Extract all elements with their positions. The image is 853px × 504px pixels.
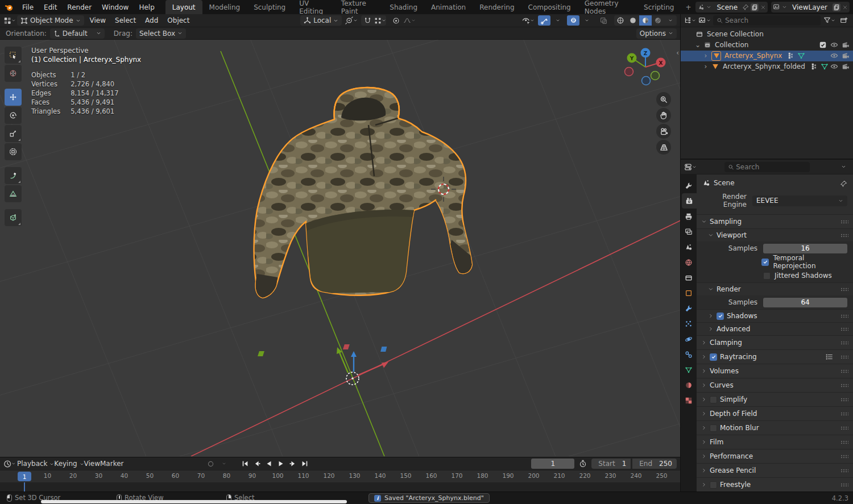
proportional-editing-toggle[interactable] xyxy=(390,15,402,26)
next-keyframe-button[interactable] xyxy=(287,459,299,469)
auto-keying-dropdown[interactable] xyxy=(218,459,230,469)
panel-grease-pencil[interactable]: Grease Pencil xyxy=(697,463,853,477)
move-gizmo[interactable] xyxy=(258,344,388,385)
properties-tab-physics[interactable] xyxy=(681,331,697,347)
viewlayer-selector[interactable]: ViewLayer xyxy=(771,2,850,13)
select-box-tool-button[interactable] xyxy=(5,47,22,64)
rotate-tool-button[interactable] xyxy=(5,107,22,124)
panel-clamping[interactable]: Clamping xyxy=(697,335,853,349)
expand-arrow[interactable]: › xyxy=(702,63,710,70)
properties-editor-type-button[interactable] xyxy=(684,162,697,172)
drag-dropdown[interactable]: Select Box xyxy=(136,28,186,39)
outliner-row-collection[interactable]: ⌄Collection xyxy=(681,40,853,51)
panel-drag-dots[interactable] xyxy=(840,369,848,373)
panel-render[interactable]: Render xyxy=(697,282,853,295)
scene-selector[interactable]: Scene xyxy=(695,2,768,13)
menu-file[interactable]: File xyxy=(17,3,39,11)
checkbox[interactable] xyxy=(710,353,717,361)
properties-tab-collection[interactable] xyxy=(681,270,697,285)
new-viewlayer-icon[interactable] xyxy=(833,3,840,11)
delete-scene-icon[interactable] xyxy=(760,5,766,10)
jump-end-button[interactable] xyxy=(299,459,310,469)
checkbox[interactable] xyxy=(710,481,717,489)
panel-freestyle[interactable]: Freestyle xyxy=(697,477,853,491)
panel-drag-dots[interactable] xyxy=(840,314,848,318)
panel-drag-dots[interactable] xyxy=(840,220,848,224)
panel-drag-dots[interactable] xyxy=(840,455,848,459)
transform-orientation-dropdown[interactable]: Local xyxy=(300,15,342,26)
scale-tool-button[interactable] xyxy=(5,125,22,142)
add-cube-tool-button[interactable] xyxy=(5,209,22,226)
panel-performance[interactable]: Performance xyxy=(697,449,853,463)
timeline-menu-playback[interactable]: Playback xyxy=(17,460,54,468)
panel-advanced[interactable]: Advanced xyxy=(697,322,853,335)
axis-z-neg-handle[interactable] xyxy=(642,77,651,85)
workspace-tab-texture-paint[interactable]: Texture Paint xyxy=(334,0,383,14)
new-scene-icon[interactable] xyxy=(751,3,759,11)
transform-tool-button[interactable] xyxy=(5,143,22,160)
workspace-tab-uv-editing[interactable]: UV Editing xyxy=(292,0,334,14)
properties-tab-render[interactable] xyxy=(682,193,697,209)
move-tool-button[interactable] xyxy=(5,89,22,106)
properties-tab-particles[interactable] xyxy=(681,316,697,331)
snapping-toggle[interactable] xyxy=(361,15,374,26)
checkbox[interactable] xyxy=(710,424,717,432)
auto-keying-toggle[interactable] xyxy=(204,459,217,469)
shading-settings-dropdown[interactable] xyxy=(664,15,677,26)
properties-tab-texture[interactable] xyxy=(681,393,697,408)
frame-start-field[interactable]: Start1 xyxy=(591,459,631,469)
checkbox[interactable] xyxy=(717,313,724,320)
playhead[interactable]: 1 xyxy=(18,472,31,481)
jump-start-button[interactable] xyxy=(239,459,251,469)
menu-edit[interactable]: Edit xyxy=(39,3,62,11)
panel-drag-dots[interactable] xyxy=(840,398,848,402)
viewport-menu-object[interactable]: Object xyxy=(163,16,194,24)
show-overlays-toggle[interactable] xyxy=(567,15,579,26)
timeline-editor-type-button[interactable] xyxy=(3,459,16,469)
options-dropdown[interactable]: Options xyxy=(636,28,677,39)
delete-viewlayer-icon[interactable] xyxy=(842,5,848,10)
outliner-row-arcteryx_sphynx[interactable]: ›Arcteryx_Sphynx xyxy=(681,51,853,61)
gizmo-settings-dropdown[interactable] xyxy=(552,15,564,26)
panel-raytracing[interactable]: Raytracing xyxy=(697,349,853,364)
panel-depth-of-field[interactable]: Depth of Field xyxy=(697,406,853,420)
workspace-tab-scripting[interactable]: Scripting xyxy=(637,0,681,14)
panel-drag-dots[interactable] xyxy=(840,327,848,331)
properties-search-input[interactable] xyxy=(736,163,806,171)
scene-name[interactable]: Scene xyxy=(713,3,741,11)
shading-rendered-button[interactable] xyxy=(652,15,664,26)
workspace-tab-rendering[interactable]: Rendering xyxy=(473,0,521,14)
orientation-dropdown[interactable]: Default xyxy=(50,28,105,39)
workspace-tab-animation[interactable]: Animation xyxy=(424,0,473,14)
properties-tab-scene[interactable] xyxy=(681,239,697,255)
option-temporal-reprojection[interactable]: Temporal Reprojection xyxy=(697,255,853,269)
timeline-menu-view[interactable]: View xyxy=(84,460,100,468)
axis-y-neg-handle[interactable] xyxy=(651,72,660,80)
workspace-tab-modeling[interactable]: Modeling xyxy=(202,0,247,14)
mode-dropdown[interactable]: Object Mode xyxy=(17,15,84,26)
shading-material-button[interactable] xyxy=(639,15,652,26)
properties-tab-data[interactable] xyxy=(681,362,697,377)
presets-icon[interactable] xyxy=(825,353,833,361)
cursor-tool-button[interactable] xyxy=(5,65,22,82)
properties-tab-output[interactable] xyxy=(681,209,697,224)
samples-value-field[interactable]: 16 xyxy=(763,244,847,253)
viewport-3d[interactable]: User Perspective (1) Collection | Arcter… xyxy=(0,40,680,457)
editor-type-button[interactable] xyxy=(3,15,16,26)
checkbox[interactable] xyxy=(761,259,769,266)
stopwatch-icon[interactable] xyxy=(577,459,589,469)
panel-drag-dots[interactable] xyxy=(840,384,848,388)
gizmo-plane-handle[interactable] xyxy=(258,351,264,356)
workspace-tab-shading[interactable]: Shading xyxy=(383,0,424,14)
panel-simplify[interactable]: Simplify xyxy=(697,392,853,406)
frame-end-field[interactable]: End250 xyxy=(632,459,677,469)
toggle-ortho-button[interactable] xyxy=(656,140,671,155)
shading-wireframe-button[interactable] xyxy=(614,15,627,26)
properties-search[interactable] xyxy=(724,162,810,172)
panel-viewport[interactable]: Viewport xyxy=(697,228,853,241)
panel-drag-dots[interactable] xyxy=(840,341,848,345)
panel-motion-blur[interactable]: Motion Blur xyxy=(697,420,853,435)
new-collection-button[interactable] xyxy=(838,15,850,26)
pin-icon[interactable] xyxy=(743,4,749,10)
timeline-menu-marker[interactable]: Marker xyxy=(100,460,123,468)
